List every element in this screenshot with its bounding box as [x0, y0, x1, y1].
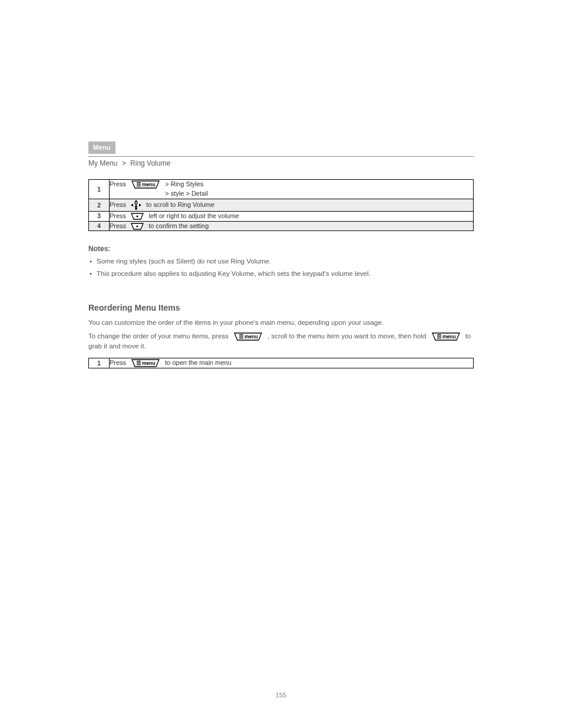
crumb-sep: > — [122, 159, 126, 167]
step-text-after: > — [165, 180, 170, 187]
list-item: Some ring styles (such as Silent) do not… — [88, 256, 474, 267]
step-body: Press menu > Ring Styles Press — [110, 180, 474, 199]
step-text: Press — [110, 359, 128, 366]
notes-list: Some ring styles (such as Silent) do not… — [88, 256, 474, 279]
step-text: Press — [110, 201, 128, 208]
paragraph: To change the order of your menu items, … — [88, 331, 474, 351]
table-row: 1 Press menu > Ring Styles Press — [89, 180, 474, 199]
step-text: Press — [110, 222, 128, 229]
svg-rect-10 — [135, 204, 137, 206]
step-text-trail: to confirm the setting — [148, 222, 209, 229]
step-text-trail: left or right to adjust the volume — [148, 212, 239, 219]
svg-marker-6 — [135, 208, 138, 210]
table-row: 1 Press menu to open the main menu — [89, 358, 474, 368]
step-text-trail: Ring Styles — [171, 180, 204, 187]
table-row: 3 Press left or right to adjust the volu… — [89, 212, 474, 221]
step-number: 4 — [89, 221, 110, 230]
svg-point-9 — [135, 202, 137, 205]
paragraph: You can customize the order of the items… — [88, 318, 474, 328]
center-key-icon — [130, 222, 145, 230]
crumb-1: My Menu — [88, 159, 117, 167]
svg-marker-8 — [139, 204, 141, 207]
section-tab: Menu — [88, 141, 474, 154]
step-body: Press left or right to adjust the volume — [110, 212, 474, 221]
section-heading: Reordering Menu Items — [88, 302, 474, 314]
step-body: Press to scroll to Ring Volume — [110, 199, 474, 212]
step-number: 1 — [89, 358, 110, 368]
menu-key-icon: menu — [130, 180, 161, 189]
crumb-2: Ring Volume — [130, 159, 170, 167]
text-span: To change the order of your menu items, … — [88, 332, 230, 340]
menu-key-icon: menu — [232, 332, 264, 341]
menu-key-icon: menu — [430, 332, 462, 341]
joystick-icon — [130, 199, 143, 211]
svg-point-12 — [137, 216, 138, 218]
step-number: 2 — [89, 199, 110, 212]
svg-point-13 — [137, 225, 138, 227]
text-span: , scroll to the menu item you want to mo… — [267, 332, 428, 340]
svg-text:menu: menu — [244, 334, 258, 340]
page-number: 155 — [0, 691, 562, 700]
steps-table-ring-volume: 1 Press menu > Ring Styles Press — [88, 179, 474, 231]
menu-key-icon: menu — [130, 358, 161, 368]
step-number: 3 — [89, 212, 110, 221]
svg-text:menu: menu — [142, 360, 156, 366]
breadcrumb: My Menu > Ring Volume — [88, 156, 474, 169]
svg-text:menu: menu — [142, 182, 156, 187]
step-number: 1 — [89, 180, 110, 199]
svg-marker-7 — [131, 204, 133, 207]
step-text: Press — [110, 180, 128, 187]
steps-table-reorder: 1 Press menu to open the main menu — [88, 358, 474, 368]
step-text-trail: to scroll to Ring Volume — [146, 201, 214, 208]
svg-point-11 — [135, 206, 138, 208]
svg-text:menu: menu — [442, 334, 456, 340]
list-item: This procedure also applies to adjusting… — [88, 269, 474, 279]
notes-heading: Notes: — [88, 244, 474, 254]
step-text-trail: to open the main menu — [165, 359, 232, 366]
step-text-sub: > style > Detail — [165, 190, 208, 197]
step-body: Press to confirm the setting — [110, 221, 474, 230]
table-row: 4 Press to confirm the setting — [89, 221, 474, 230]
tab-label: Menu — [88, 141, 115, 154]
center-key-icon — [130, 212, 145, 220]
table-row: 2 Press to scroll to Ring Volume — [89, 199, 474, 212]
step-text: Press — [110, 212, 128, 219]
step-body: Press menu to open the main menu — [110, 358, 474, 368]
